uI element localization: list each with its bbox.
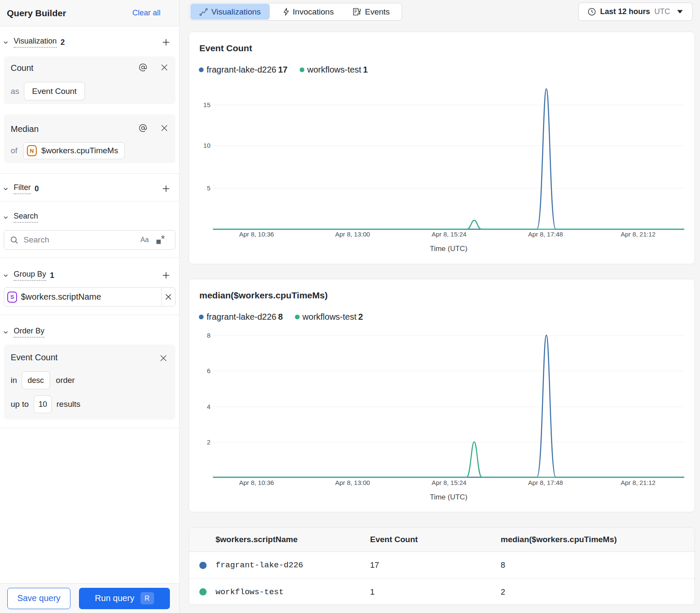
svg-text:Time (UTC): Time (UTC) xyxy=(430,245,467,253)
svg-text:10: 10 xyxy=(203,142,210,149)
svg-text:5: 5 xyxy=(207,184,210,192)
svg-text:Apr 8, 15:24: Apr 8, 15:24 xyxy=(432,479,467,486)
svg-text:Apr 8, 21:12: Apr 8, 21:12 xyxy=(621,479,656,486)
svg-text:4: 4 xyxy=(207,403,210,410)
svg-text:2: 2 xyxy=(207,438,210,446)
svg-text:Time (UTC): Time (UTC) xyxy=(430,493,467,501)
svg-text:Apr 8, 17:48: Apr 8, 17:48 xyxy=(528,231,563,238)
svg-text:Apr 8, 13:00: Apr 8, 13:00 xyxy=(335,231,370,238)
svg-text:Apr 8, 10:36: Apr 8, 10:36 xyxy=(239,231,274,238)
svg-text:*: * xyxy=(161,235,165,245)
svg-text:Apr 8, 17:48: Apr 8, 17:48 xyxy=(528,479,563,486)
svg-text:Aa: Aa xyxy=(140,236,149,243)
svg-text:15: 15 xyxy=(203,101,210,108)
svg-text:Apr 8, 13:00: Apr 8, 13:00 xyxy=(335,479,370,486)
svg-text:8: 8 xyxy=(207,332,210,339)
svg-text:6: 6 xyxy=(207,367,210,374)
svg-text:Apr 8, 10:36: Apr 8, 10:36 xyxy=(239,479,274,486)
svg-text:Apr 8, 15:24: Apr 8, 15:24 xyxy=(432,231,467,238)
svg-text:Apr 8, 21:12: Apr 8, 21:12 xyxy=(621,231,656,238)
